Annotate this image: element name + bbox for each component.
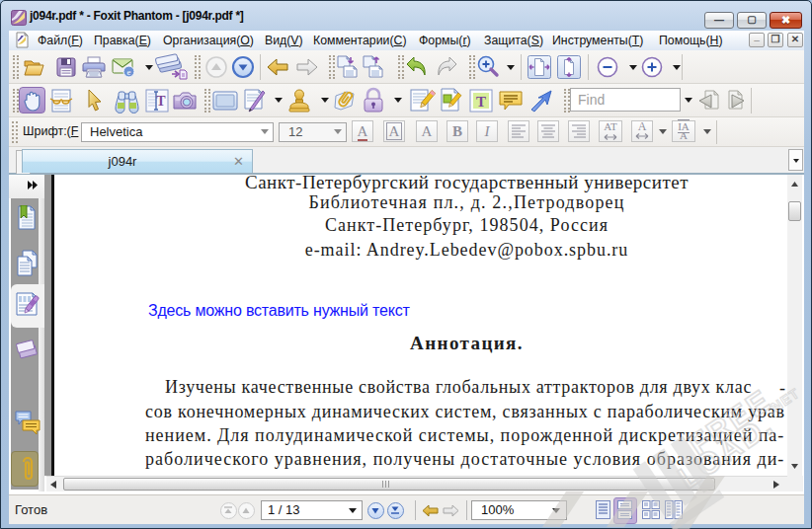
svg-text:T: T bbox=[476, 94, 486, 110]
svg-text:e: e bbox=[127, 67, 131, 77]
svg-text:T: T bbox=[156, 94, 166, 109]
